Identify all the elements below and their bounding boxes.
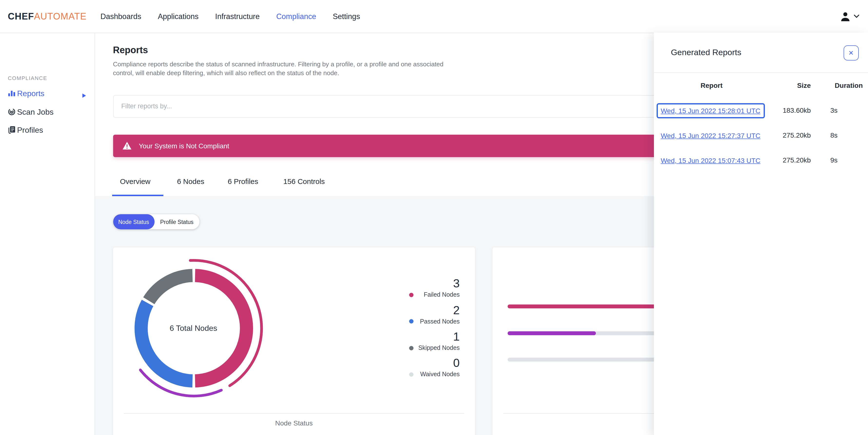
report-link[interactable]: Wed, 15 Jun 2022 15:28:01 UTC (661, 107, 761, 115)
banner-text: Your System is Not Compliant (139, 142, 229, 150)
tab-6-profiles[interactable]: 6 Profiles (228, 177, 258, 185)
legend-value: 2 (371, 304, 460, 316)
bar-chart-icon (8, 89, 16, 97)
card-divider (124, 413, 464, 414)
legend-item-failed-nodes: 3Failed Nodes (371, 278, 460, 299)
report-size: 275.20kb (776, 131, 811, 139)
nav-item-dashboards[interactable]: Dashboards (100, 12, 141, 21)
panel-divider (654, 72, 868, 72)
donut-slice-passed-nodes (141, 303, 192, 381)
generated-reports-panel: Generated Reports ✕ Report Size Duration… (654, 33, 868, 435)
caret-right-icon[interactable] (82, 91, 86, 100)
sidebar-item-profiles[interactable]: Profiles (0, 124, 95, 137)
legend-dot (409, 372, 413, 377)
legend-value: 1 (371, 330, 460, 343)
close-x-icon[interactable]: ✕ (843, 46, 859, 60)
donut-slice-skipped-nodes (149, 276, 192, 301)
sidebar-section-label: COMPLIANCE (8, 75, 47, 81)
report-duration: 9s (830, 156, 860, 164)
nav-item-compliance[interactable]: Compliance (276, 12, 316, 21)
logo-chef: CHEF (8, 11, 34, 22)
legend-item-skipped-nodes: 1Skipped Nodes (371, 330, 460, 352)
tab-6-nodes[interactable]: 6 Nodes (177, 177, 204, 185)
page-title: Reports (113, 45, 148, 56)
report-duration: 8s (830, 131, 860, 139)
tab-overview[interactable]: Overview (120, 177, 150, 185)
page-description: Compliance reports describe the status o… (113, 60, 454, 77)
legend-dot (409, 346, 413, 350)
report-link-wrap: Wed, 15 Jun 2022 15:27:37 UTC (658, 129, 764, 142)
panel-title: Generated Reports (671, 48, 741, 58)
chef-automate-logo[interactable]: CHEFAUTOMATE (8, 0, 87, 33)
legend-dot (409, 319, 413, 323)
report-link-wrap: Wed, 15 Jun 2022 15:28:01 UTC (658, 105, 764, 117)
report-duration: 3s (830, 106, 860, 114)
report-size: 275.20kb (776, 156, 811, 164)
top-nav: CHEFAUTOMATE DashboardsApplicationsInfra… (0, 0, 868, 33)
report-row: Wed, 15 Jun 2022 15:07:43 UTC275.20kb9s (654, 154, 868, 167)
legend-item-passed-nodes: 2Passed Nodes (371, 304, 460, 325)
report-row: Wed, 15 Jun 2022 15:28:01 UTC183.60kb3s (654, 104, 868, 118)
person-icon (840, 11, 850, 21)
legend-label: Passed Nodes (371, 317, 460, 325)
donut-center-label: 6 Total Nodes (132, 324, 254, 333)
status-toggle: Node StatusProfile Status (113, 214, 199, 229)
report-row: Wed, 15 Jun 2022 15:27:37 UTC275.20kb8s (654, 129, 868, 143)
report-size: 183.60kb (776, 106, 811, 114)
legend-value: 0 (371, 357, 460, 370)
legend-label: Failed Nodes (371, 291, 460, 299)
report-link[interactable]: Wed, 15 Jun 2022 15:07:43 UTC (661, 156, 761, 165)
main-nav: DashboardsApplicationsInfrastructureComp… (100, 0, 360, 33)
legend-label: Skipped Nodes (371, 344, 460, 352)
radar-icon (8, 108, 16, 115)
severity-bar-fill-1 (508, 331, 596, 335)
column-header-report: Report (659, 82, 764, 89)
column-header-size: Size (776, 82, 811, 89)
documents-icon (8, 126, 16, 134)
legend-dot (409, 293, 413, 297)
report-link-wrap: Wed, 15 Jun 2022 15:07:43 UTC (658, 154, 764, 167)
warning-triangle-icon (122, 142, 131, 150)
chef-automate-app: CHEFAUTOMATE DashboardsApplicationsInfra… (0, 0, 868, 435)
legend-label: Waived Nodes (371, 371, 460, 378)
legend-item-waived-nodes: 0Waived Nodes (371, 357, 460, 378)
report-link[interactable]: Wed, 15 Jun 2022 15:27:37 UTC (661, 132, 761, 140)
nav-item-infrastructure[interactable]: Infrastructure (215, 12, 260, 21)
chevron-down-icon (854, 14, 859, 18)
logo-automate: AUTOMATE (34, 11, 87, 22)
node-status-card: 6 Total Nodes 3Failed Nodes2Passed Nodes… (113, 248, 475, 435)
nav-item-settings[interactable]: Settings (333, 12, 360, 21)
legend-value: 3 (371, 278, 460, 290)
nav-item-applications[interactable]: Applications (158, 12, 198, 21)
toggle-profile-status[interactable]: Profile Status (154, 214, 199, 229)
sidebar-item-scan-jobs[interactable]: Scan Jobs (0, 106, 95, 118)
column-header-duration: Duration (835, 82, 865, 89)
compliance-sidebar: COMPLIANCE ReportsScan JobsProfiles (0, 33, 95, 435)
sidebar-item-reports[interactable]: Reports (0, 87, 95, 100)
user-menu[interactable] (840, 0, 859, 33)
tab-156-controls[interactable]: 156 Controls (283, 177, 325, 185)
toggle-node-status[interactable]: Node Status (113, 214, 154, 229)
active-tab-indicator (112, 195, 163, 196)
node-status-caption: Node Status (113, 419, 475, 427)
